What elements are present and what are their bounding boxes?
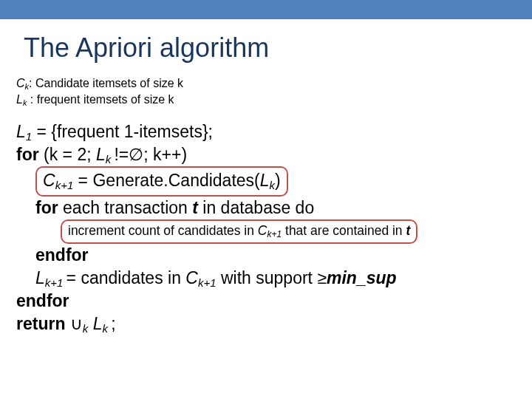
- for-rest: ; k++): [143, 145, 187, 164]
- slide-title: The Apriori algorithm: [24, 33, 532, 64]
- return-kw: return: [16, 314, 65, 333]
- l1-rest: = {frequent 1-itemsets};: [32, 122, 213, 141]
- line-generate: Ck+1 = Generate.Candidates(Lk): [35, 166, 532, 197]
- endfor1: endfor: [35, 245, 89, 265]
- return-semi: ;: [111, 314, 115, 333]
- algorithm-block: L1 = {frequent 1-itemsets}; for (k = 2; …: [16, 120, 532, 335]
- lk-symbol: L: [16, 93, 23, 106]
- generate-highlight-box: Ck+1 = Generate.Candidates(Lk): [35, 166, 288, 197]
- gen-L: L: [260, 171, 270, 190]
- inc-C-sub: k+1: [267, 229, 282, 239]
- inc-C: C: [258, 223, 267, 238]
- line-endfor-inner: endfor: [35, 244, 532, 267]
- gen-eq: = Generate: [73, 171, 163, 190]
- lk1-ge: ≥: [317, 268, 327, 287]
- return-sub: k: [83, 322, 89, 335]
- for-empty: ∅: [129, 145, 143, 164]
- lk1-with: with support: [216, 268, 318, 287]
- foreach-txt: each transaction: [58, 198, 193, 217]
- lk1-Csub: k+1: [198, 276, 216, 289]
- line-l1: L1 = {frequent 1-itemsets};: [16, 120, 532, 143]
- for-ne: !=: [114, 145, 129, 164]
- foreach-t: t: [192, 198, 198, 217]
- for-L-sub: k: [106, 153, 115, 166]
- for-kw: for: [16, 145, 39, 164]
- lk-subscript: k: [23, 98, 27, 107]
- line-for: for (k = 2; Lk !=∅; k++): [16, 143, 532, 166]
- lk1-sub: k+1: [45, 276, 66, 289]
- lk1-min: min_sup: [327, 268, 397, 287]
- lk1-L: L: [35, 268, 45, 287]
- foreach-kw: for: [35, 198, 58, 217]
- top-accent-bar: [0, 0, 532, 19]
- return-L: L: [93, 314, 103, 333]
- ck-symbol: C: [16, 77, 25, 89]
- return-cup: ∪: [65, 314, 82, 333]
- definitions-block: Ck: Candidate itemsets of size k Lk : fr…: [16, 75, 532, 107]
- line-return: return ∪k Lk ;: [16, 313, 532, 335]
- return-Lsub: k: [103, 322, 112, 335]
- line-increment: increment count of candidates in Ck+1 th…: [61, 219, 532, 244]
- gen-close: ): [275, 171, 281, 190]
- foreach-in: in database do: [198, 198, 314, 217]
- lk1-eq: = candidates in: [66, 268, 186, 287]
- increment-highlight-box: increment count of candidates in Ck+1 th…: [61, 219, 417, 244]
- inc-t: t: [406, 223, 410, 238]
- ck-subscript: k: [25, 82, 30, 91]
- inc-a: increment count of candidates in: [68, 223, 258, 238]
- line-lk1: Lk+1 = candidates in Ck+1 with support ≥…: [35, 267, 532, 290]
- l1-sym: L: [16, 122, 26, 141]
- lk-text: : frequent itemsets of size k: [27, 93, 174, 106]
- for-L: L: [96, 145, 106, 164]
- gen-C: C: [43, 171, 55, 190]
- def-ck: Ck: Candidate itemsets of size k: [16, 75, 532, 92]
- def-lk: Lk : frequent itemsets of size k: [16, 92, 532, 108]
- line-foreach: for each transaction t in database do: [35, 197, 532, 219]
- l1-sub: 1: [26, 130, 32, 143]
- gen-L-sub: k: [270, 179, 276, 191]
- gen-C-sub: k+1: [55, 179, 74, 191]
- endfor2: endfor: [16, 291, 69, 310]
- lk1-C: C: [185, 268, 198, 287]
- for-open: (k = 2;: [39, 145, 96, 164]
- line-endfor-outer: endfor: [16, 290, 532, 313]
- ck-text: : Candidate itemsets of size k: [29, 77, 183, 89]
- gen-cand: Candidates(: [168, 171, 260, 190]
- inc-b: that are contained in: [282, 223, 406, 238]
